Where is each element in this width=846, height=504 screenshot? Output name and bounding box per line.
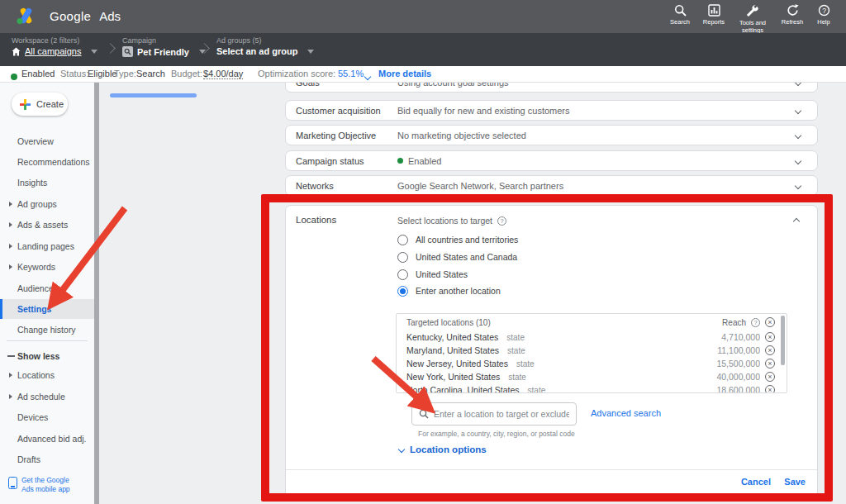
ads-triangle-icon <box>15 6 36 26</box>
help-button[interactable]: ? Help <box>810 4 837 26</box>
save-button[interactable]: Save <box>784 477 806 487</box>
sidebar-item-insights[interactable]: Insights <box>0 174 94 191</box>
sidebar-item-ad-schedule[interactable]: Ad schedule <box>0 388 94 405</box>
expand-arrow-icon <box>9 202 12 207</box>
expand-arrow-icon <box>9 373 12 378</box>
settings-row-campaign-status[interactable]: Campaign status Enabled <box>285 150 818 171</box>
logo-product-text: Ads <box>99 9 121 23</box>
sidebar-item-audiences[interactable]: Audiences <box>0 280 94 297</box>
breadcrumb-bar: Workspace (2 filters) All campaigns Camp… <box>0 33 846 66</box>
mobile-app-promo-link[interactable]: Get the Google Ads mobile app <box>8 476 81 493</box>
tools-settings-button[interactable]: Tools and settings <box>731 4 774 34</box>
help-circle-icon[interactable]: ? <box>751 318 760 327</box>
dash-icon <box>7 355 15 357</box>
table-row: North Carolina, United Statesstate 18,60… <box>397 383 787 393</box>
sidebar-item-devices[interactable]: Devices <box>0 409 94 426</box>
sidebar-scrollbar[interactable] <box>94 83 99 504</box>
radio-icon <box>397 235 408 245</box>
wrench-icon <box>746 4 759 17</box>
type-value: Search <box>136 69 165 78</box>
budget-value[interactable]: $4.00/day <box>203 69 243 79</box>
targeted-locations-count: Targeted locations (10) <box>406 318 717 327</box>
notifications-button-partial[interactable]: N <box>838 4 846 26</box>
remove-location-icon[interactable]: × <box>765 332 775 342</box>
reports-button[interactable]: Reports <box>696 4 732 26</box>
radio-all-countries[interactable]: All countries and territories <box>397 234 518 245</box>
chevron-down-icon <box>307 50 314 54</box>
remove-location-icon[interactable]: × <box>765 385 775 393</box>
cancel-button[interactable]: Cancel <box>741 477 771 487</box>
locations-panel-label: Locations <box>296 215 336 225</box>
sidebar-item-ads-assets[interactable]: Ads & assets <box>0 216 94 233</box>
advanced-search-link[interactable]: Advanced search <box>591 408 661 418</box>
sidebar-item-settings[interactable]: Settings <box>0 301 94 317</box>
sidebar-item-keywords[interactable]: Keywords <box>0 259 94 275</box>
chevron-down-icon <box>398 446 405 453</box>
panel-divider <box>286 469 817 470</box>
breadcrumb-adgroup[interactable]: Ad groups (5) Select an ad group <box>216 36 314 56</box>
sidebar-show-less[interactable]: Show less <box>0 348 94 364</box>
settings-row-goals[interactable]: Goals Using account goal settings <box>285 83 818 93</box>
logo-brand-text: Google <box>50 9 91 23</box>
chevron-down-icon <box>795 131 801 138</box>
sidebar-item-ad-groups[interactable]: Ad groups <box>0 196 94 212</box>
refresh-button[interactable]: Refresh <box>774 4 810 26</box>
breadcrumb-campaign[interactable]: Campaign Pet Friendly <box>122 36 206 57</box>
more-details-link[interactable]: More details <box>378 69 431 78</box>
campaign-value: Pet Friendly <box>137 47 189 57</box>
remove-location-icon[interactable]: × <box>765 359 775 368</box>
radio-selected-icon <box>397 286 408 297</box>
location-search-box[interactable] <box>411 402 577 426</box>
type-label: Type: <box>114 69 136 78</box>
search-hint-text: For example, a country, city, region, or… <box>418 430 575 438</box>
reports-label: Reports <box>703 18 725 26</box>
refresh-icon <box>787 4 799 17</box>
search-button[interactable]: Search <box>662 4 698 26</box>
sidebar-item-locations[interactable]: Locations <box>0 367 94 383</box>
status-label: Status: <box>60 69 88 78</box>
location-search-input[interactable] <box>434 409 569 419</box>
sidebar-item-overview[interactable]: Overview <box>0 133 94 150</box>
targeted-locations-header: Targeted locations (10) Reach ? × <box>397 314 787 330</box>
settings-row-marketing-objective[interactable]: Marketing Objective No marketing objecti… <box>285 125 818 145</box>
help-icon: ? <box>818 4 830 17</box>
collapse-chevron-icon[interactable] <box>793 218 800 225</box>
radio-us-canada[interactable]: United States and Canada <box>397 251 517 263</box>
chevron-down-icon <box>795 182 801 188</box>
create-button[interactable]: Create <box>12 93 68 116</box>
sidebar-item-recommendations[interactable]: Recommendations <box>0 154 94 170</box>
breadcrumb-scroll-indicator[interactable] <box>110 93 197 97</box>
mobile-app-promo-text: Get the Google Ads mobile app <box>21 476 81 493</box>
table-scrollbar[interactable] <box>781 316 785 365</box>
campaign-status-bar: Enabled Status: Eligible Type: Search Bu… <box>0 66 846 83</box>
budget-label: Budget: <box>171 69 202 78</box>
sidebar-item-advanced-bid-adj[interactable]: Advanced bid adj. <box>0 430 94 447</box>
sidebar-item-change-history[interactable]: Change history <box>0 321 94 338</box>
google-ads-logo[interactable]: Google Ads <box>15 6 121 26</box>
sidebar-item-landing-pages[interactable]: Landing pages <box>0 238 94 254</box>
chevron-down-icon <box>795 83 801 86</box>
radio-enter-another-location[interactable]: Enter another location <box>397 285 501 297</box>
optimization-value: 55.1% <box>338 69 364 78</box>
campaign-search-icon <box>122 46 133 57</box>
location-options-toggle[interactable]: Location options <box>399 445 487 454</box>
create-label: Create <box>36 99 64 109</box>
radio-icon <box>397 269 408 280</box>
remove-location-icon[interactable]: × <box>765 345 775 355</box>
home-icon <box>12 47 21 56</box>
breadcrumb-workspace[interactable]: Workspace (2 filters) All campaigns <box>12 36 97 56</box>
expand-arrow-icon <box>9 394 12 399</box>
sidebar-item-drafts[interactable]: Drafts <box>0 451 94 468</box>
radio-united-states[interactable]: United States <box>397 269 468 280</box>
table-row: Maryland, United Statesstate 11,100,000 … <box>397 344 787 357</box>
refresh-label: Refresh <box>782 18 803 26</box>
remove-location-icon[interactable]: × <box>765 372 775 382</box>
targeted-locations-table: Targeted locations (10) Reach ? × Kentuc… <box>396 313 787 393</box>
help-circle-icon[interactable]: ? <box>497 216 506 226</box>
settings-row-customer-acquisition[interactable]: Customer acquisition Bid equally for new… <box>285 100 818 121</box>
phone-icon <box>8 477 17 489</box>
remove-all-icon[interactable]: × <box>765 317 775 327</box>
search-icon <box>674 4 687 17</box>
select-locations-prompt: Select locations to target <box>397 216 492 226</box>
settings-row-networks[interactable]: Networks Google Search Network, Search p… <box>285 175 818 196</box>
